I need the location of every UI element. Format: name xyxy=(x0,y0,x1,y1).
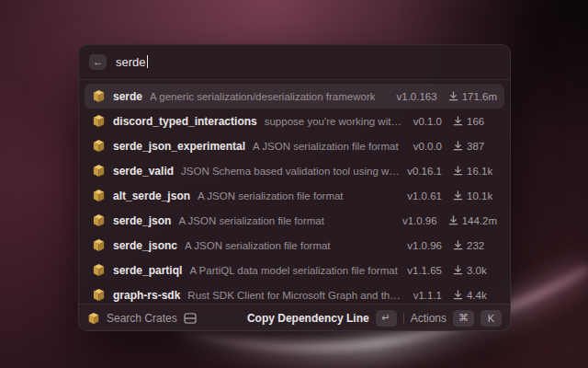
crate-version: v1.0.96 xyxy=(407,240,442,251)
crate-icon xyxy=(92,139,106,153)
crate-icon xyxy=(92,213,106,227)
crate-version: v1.0.61 xyxy=(407,190,442,201)
download-icon xyxy=(448,91,458,101)
download-icon xyxy=(453,116,463,126)
crate-description: A JSON serialization file format xyxy=(198,190,344,201)
download-icon xyxy=(453,290,463,300)
result-row[interactable]: serde_partiql A PartiQL data model seria… xyxy=(85,258,504,282)
command-name-label: Search Crates xyxy=(107,312,177,325)
crate-name: serde_partiql xyxy=(113,264,182,277)
downloads-count: 166 xyxy=(453,116,497,127)
result-row[interactable]: discord_typed_interactions suppose you'r… xyxy=(85,109,504,133)
results-list: serde A generic serialization/deserializ… xyxy=(78,80,511,304)
crate-icon xyxy=(92,263,106,277)
crate-version: v0.16.1 xyxy=(407,166,442,177)
crate-description: suppose you're working with discord slas… xyxy=(265,116,406,127)
crate-description: A generic serialization/deserialization … xyxy=(150,91,375,102)
crate-name: graph-rs-sdk xyxy=(113,289,180,302)
return-key-badge: ↵ xyxy=(376,310,397,327)
crate-version: v1.0.163 xyxy=(397,91,437,102)
download-icon xyxy=(453,141,463,151)
search-query-text: serde xyxy=(116,55,146,69)
crate-version: v0.0.0 xyxy=(413,141,442,152)
crate-icon xyxy=(92,89,106,103)
crate-icon xyxy=(92,189,106,202)
crate-version: v1.0.96 xyxy=(402,215,437,226)
result-row[interactable]: graph-rs-sdk Rust SDK Client for Microso… xyxy=(85,282,504,304)
actions-button[interactable]: Actions xyxy=(411,312,447,325)
result-row[interactable]: serde_json A JSON serialization file for… xyxy=(85,208,504,233)
k-key-badge: K xyxy=(481,310,502,327)
downloads-count: 171.6m xyxy=(448,91,497,102)
crate-icon xyxy=(92,288,106,302)
storage-icon xyxy=(184,313,197,324)
footer-bar: Search Crates Copy Dependency Line ↵ Act… xyxy=(78,304,511,331)
crate-name: serde_valid xyxy=(113,165,174,178)
crate-icon xyxy=(92,114,106,128)
download-icon xyxy=(453,265,463,275)
crate-version: v1.1.65 xyxy=(407,265,442,276)
crate-name: serde xyxy=(113,90,142,103)
arrow-left-icon: ← xyxy=(93,56,103,67)
download-icon xyxy=(453,240,463,250)
crate-icon xyxy=(87,312,100,325)
crate-icon xyxy=(92,164,106,178)
crate-version: v0.1.0 xyxy=(413,116,442,127)
command-key-badge: ⌘ xyxy=(453,310,474,327)
crate-name: serde_json_experimental xyxy=(113,140,245,153)
search-bar: ← serde xyxy=(78,44,511,80)
launcher-window: ← serde serde A generic serialization/de… xyxy=(78,44,511,331)
download-icon xyxy=(448,215,458,225)
downloads-count: 4.4k xyxy=(453,290,497,301)
crate-name: serde_json xyxy=(113,214,171,227)
result-row[interactable]: alt_serde_json A JSON serialization file… xyxy=(85,183,504,208)
result-row[interactable]: serde_jsonc A JSON serialization file fo… xyxy=(85,233,504,258)
downloads-count: 144.2m xyxy=(448,215,497,226)
crate-description: A JSON serialization file format xyxy=(253,141,399,152)
downloads-count: 3.0k xyxy=(453,265,497,276)
downloads-count: 10.1k xyxy=(453,190,497,201)
crate-icon xyxy=(92,238,106,252)
downloads-count: 387 xyxy=(453,141,497,152)
result-row[interactable]: serde_json_experimental A JSON serializa… xyxy=(85,133,504,158)
crate-name: alt_serde_json xyxy=(113,190,190,202)
crate-name: discord_typed_interactions xyxy=(113,115,257,128)
crate-description: A JSON serialization file format xyxy=(185,240,331,251)
download-icon xyxy=(453,190,463,201)
primary-action-button[interactable]: Copy Dependency Line xyxy=(247,312,369,325)
back-button[interactable]: ← xyxy=(89,54,107,70)
crate-description: A JSON serialization file format xyxy=(178,215,324,226)
downloads-count: 232 xyxy=(453,240,497,251)
text-cursor xyxy=(147,55,148,68)
crate-description: JSON Schema based validation tool using … xyxy=(181,166,400,177)
search-input[interactable]: serde xyxy=(116,55,500,69)
footer-divider xyxy=(403,313,404,324)
download-icon xyxy=(453,166,463,176)
result-row[interactable]: serde_valid JSON Schema based validation… xyxy=(85,158,504,183)
crate-description: A PartiQL data model serialization file … xyxy=(189,265,398,276)
crate-description: Rust SDK Client for Microsoft Graph and … xyxy=(187,290,405,301)
result-row[interactable]: serde A generic serialization/deserializ… xyxy=(85,84,504,109)
crate-version: v1.1.1 xyxy=(413,290,442,301)
crate-name: serde_jsonc xyxy=(113,239,177,252)
downloads-count: 16.1k xyxy=(453,166,497,177)
